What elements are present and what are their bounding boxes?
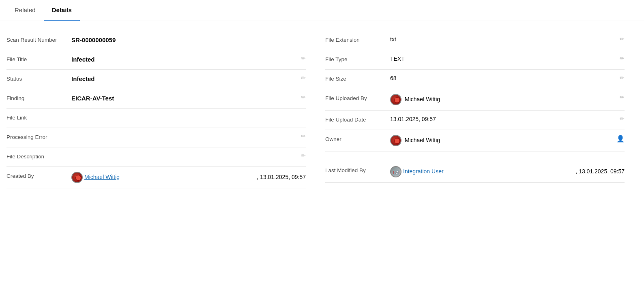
owner-link[interactable]: Michael Wittig	[405, 136, 440, 145]
avatar-owner	[390, 135, 401, 146]
field-scan-result-number: Scan Result Number SR-0000000059	[6, 31, 306, 50]
label-status: Status	[6, 75, 71, 83]
field-file-type: File Type TEXT ✏	[325, 50, 625, 70]
field-file-size: File Size 68 ✏	[325, 70, 625, 89]
value-file-upload-date: 13.01.2025, 09:57	[390, 115, 616, 124]
created-by-user-link[interactable]: Michael Wittig	[84, 173, 255, 181]
edit-file-upload-date-button[interactable]: ✏	[616, 115, 625, 122]
value-file-uploaded-by: Michael Wittig	[390, 94, 616, 105]
field-processing-error: Processing Error ✏	[6, 128, 306, 147]
label-file-type: File Type	[325, 55, 390, 64]
tab-related[interactable]: Related	[6, 0, 44, 21]
tab-bar: Related Details	[0, 0, 644, 21]
edit-file-description-button[interactable]: ✏	[298, 152, 306, 159]
field-file-title: File Title infected ✏	[6, 50, 306, 70]
created-by-value: Michael Wittig , 13.01.2025, 09:57	[71, 172, 306, 183]
label-processing-error: Processing Error	[6, 133, 71, 141]
last-modified-by-value: Integration User , 13.01.2025, 09:57	[390, 166, 625, 177]
edit-file-uploaded-by-button[interactable]: ✏	[616, 94, 625, 100]
edit-status-button[interactable]: ✏	[298, 75, 306, 81]
label-file-extension: File Extension	[325, 36, 390, 44]
created-by-date: , 13.01.2025, 09:57	[257, 173, 306, 181]
value-created-by: Michael Wittig , 13.01.2025, 09:57	[71, 172, 306, 183]
avatar-file-uploaded-by	[390, 94, 401, 105]
spacer-row	[325, 151, 625, 161]
avatar-created-by	[71, 172, 83, 183]
field-file-upload-date: File Upload Date 13.01.2025, 09:57 ✏	[325, 111, 625, 130]
field-finding: Finding EICAR-AV-Test ✏	[6, 89, 306, 109]
label-file-upload-date: File Upload Date	[325, 115, 390, 124]
label-owner: Owner	[325, 135, 390, 143]
uploaded-by-user-cell: Michael Wittig	[390, 94, 616, 105]
edit-finding-button[interactable]: ✏	[298, 94, 306, 100]
label-scan-result-number: Scan Result Number	[6, 36, 71, 44]
value-file-title: infected	[71, 55, 298, 64]
right-column: File Extension txt ✏ File Type TEXT ✏ Fi…	[319, 31, 638, 188]
label-last-modified-by: Last Modified By	[325, 166, 390, 175]
label-file-description: File Description	[6, 152, 71, 161]
last-modified-by-date: , 13.01.2025, 09:57	[575, 168, 625, 176]
field-file-extension: File Extension txt ✏	[325, 31, 625, 50]
edit-file-type-button[interactable]: ✏	[616, 55, 625, 62]
owner-user-cell: Michael Wittig	[390, 135, 613, 146]
field-file-uploaded-by: File Uploaded By Michael Wittig ✏	[325, 89, 625, 111]
field-file-description: File Description ✏	[6, 147, 306, 167]
field-owner: Owner Michael Wittig 👤	[325, 130, 625, 151]
change-owner-button[interactable]: 👤	[613, 135, 625, 143]
label-file-size: File Size	[325, 75, 390, 83]
value-file-type: TEXT	[390, 55, 616, 63]
value-owner: Michael Wittig	[390, 135, 613, 146]
value-status: Infected	[71, 75, 298, 83]
field-created-by: Created By Michael Wittig , 13.01.2025, …	[6, 167, 306, 188]
tab-details[interactable]: Details	[44, 0, 80, 21]
left-column: Scan Result Number SR-0000000059 File Ti…	[6, 31, 319, 188]
field-file-link: File Link	[6, 109, 306, 128]
edit-file-title-button[interactable]: ✏	[298, 55, 306, 62]
value-file-size: 68	[390, 75, 616, 83]
edit-file-size-button[interactable]: ✏	[616, 75, 625, 81]
value-finding: EICAR-AV-Test	[71, 94, 298, 102]
value-file-extension: txt	[390, 36, 616, 44]
details-content: Scan Result Number SR-0000000059 File Ti…	[0, 21, 644, 188]
label-file-link: File Link	[6, 113, 71, 122]
last-modified-by-link[interactable]: Integration User	[403, 168, 574, 176]
label-file-uploaded-by: File Uploaded By	[325, 94, 390, 102]
tabs-container: Related Details	[0, 0, 644, 21]
label-file-title: File Title	[6, 55, 71, 64]
field-status: Status Infected ✏	[6, 70, 306, 89]
field-last-modified-by: Last Modified By Integration User , 13.0…	[325, 161, 625, 183]
value-scan-result-number: SR-0000000059	[71, 36, 306, 44]
value-last-modified-by: Integration User , 13.01.2025, 09:57	[390, 166, 625, 177]
file-uploaded-by-link[interactable]: Michael Wittig	[405, 96, 440, 104]
label-finding: Finding	[6, 94, 71, 102]
label-created-by: Created By	[6, 172, 71, 180]
edit-file-extension-button[interactable]: ✏	[616, 36, 625, 42]
edit-processing-error-button[interactable]: ✏	[298, 133, 306, 139]
avatar-last-modified-by	[390, 166, 401, 177]
